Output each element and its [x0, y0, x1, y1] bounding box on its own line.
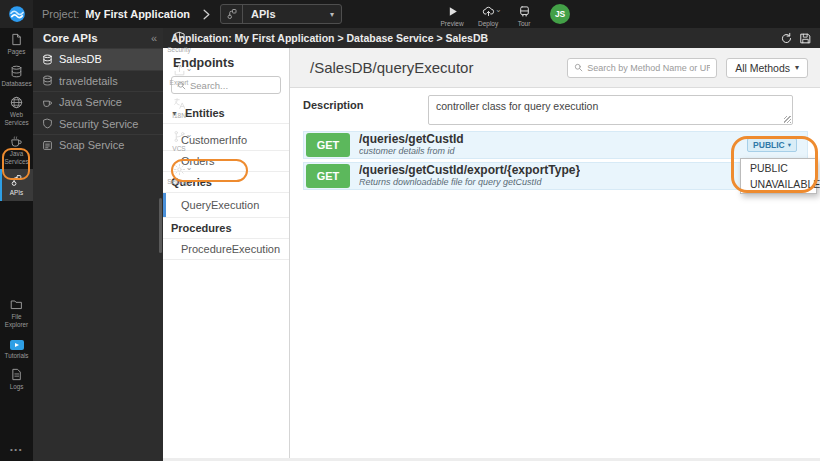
method-search[interactable]: [567, 58, 717, 78]
cloud-upload-icon: [482, 5, 495, 18]
topbar-left-actions: Preview Deploy Tour: [436, 2, 540, 27]
save-icon[interactable]: [799, 32, 812, 45]
page-icon: [10, 33, 23, 46]
translate-icon: [173, 97, 186, 110]
search-icon: [574, 63, 583, 72]
rail-item-file-explorer[interactable]: File Explorer: [0, 293, 33, 332]
core-api-item-salesdb[interactable]: SalesDB: [33, 48, 163, 70]
database-icon: [10, 65, 23, 78]
coffee-icon: [42, 97, 53, 108]
security-button[interactable]: Security: [163, 28, 195, 53]
globe-icon: [10, 96, 23, 109]
rail-item-databases[interactable]: Databases: [0, 60, 33, 92]
section-label: Procedures: [171, 222, 232, 234]
access-level-value: PUBLIC: [753, 140, 785, 150]
scrollbar-thumb[interactable]: [159, 198, 162, 253]
settings-label: Settings: [167, 178, 191, 185]
core-api-label: Java Service: [59, 96, 122, 108]
http-method-badge[interactable]: GET: [306, 164, 350, 188]
breadcrumb: Application: My First Application > Data…: [171, 32, 488, 44]
preview-button[interactable]: Preview: [436, 2, 468, 27]
export-icon: [173, 64, 186, 77]
log-file-icon: [10, 368, 23, 381]
wavemaker-logo-icon: [8, 5, 26, 23]
core-api-item-soap-service[interactable]: Soap Service: [33, 134, 163, 156]
core-api-item-java-service[interactable]: Java Service: [33, 91, 163, 113]
breadcrumb-actions: [780, 32, 812, 45]
resize-grip-icon[interactable]: [784, 116, 791, 123]
all-methods-dropdown[interactable]: All Methods: [726, 58, 808, 78]
database-icon: [42, 75, 53, 86]
rail-item-web-services[interactable]: Web Services: [0, 91, 33, 130]
core-api-item-traveldetails[interactable]: traveldetails: [33, 70, 163, 92]
rail-label: Databases: [1, 80, 33, 88]
rail-item-tutorials[interactable]: Tutorials: [0, 333, 33, 364]
core-apis-header: Core APIs «: [33, 28, 163, 48]
api-row-getcustid[interactable]: GET /queries/getCustId customer details …: [303, 131, 808, 159]
branch-icon: [173, 130, 186, 143]
refresh-icon[interactable]: [780, 32, 793, 45]
description-field-wrap: controller class for query execution: [428, 95, 793, 125]
endpoints-search-input[interactable]: [190, 80, 275, 91]
collapse-panel-icon[interactable]: «: [151, 32, 157, 44]
user-avatar[interactable]: JS: [550, 4, 570, 24]
main-body: Description controller class for query e…: [290, 88, 820, 461]
play-icon: [446, 5, 459, 18]
tour-button[interactable]: Tour: [508, 2, 540, 27]
shield-icon: [173, 31, 186, 44]
chevron-down-icon: [788, 141, 791, 149]
chevron-down-icon: [795, 63, 799, 72]
rail-item-logs[interactable]: Logs: [0, 363, 33, 395]
security-label: Security: [167, 46, 190, 53]
vcs-button[interactable]: VCS: [163, 127, 195, 152]
rail-label: Pages: [1, 48, 33, 56]
rail-item-apis[interactable]: APIs: [0, 169, 33, 201]
i18n-button[interactable]: I18N: [163, 94, 195, 119]
core-api-label: Security Service: [59, 118, 138, 130]
chevron-right-icon: [202, 9, 211, 20]
settings-button[interactable]: Settings: [163, 160, 195, 185]
endpoint-item-procedureexecution[interactable]: ProcedureExecution: [163, 239, 289, 260]
main-header: /SalesDB/queryExecutor All Methods: [290, 48, 820, 88]
menu-option-public[interactable]: PUBLIC: [741, 160, 816, 176]
api-row-text: /queries/getCustId/export/{exportType} R…: [359, 164, 580, 187]
api-subtitle: customer details from id: [359, 147, 464, 156]
rail-label: File Explorer: [1, 313, 33, 328]
http-method-badge[interactable]: GET: [306, 133, 350, 157]
wavemaker-studio: Project: My First Application APIs Previ…: [0, 0, 820, 461]
export-button[interactable]: Export: [163, 61, 195, 86]
core-api-label: traveldetails: [59, 75, 118, 87]
api-path: /queries/getCustId/export/{exportType}: [359, 164, 580, 177]
shield-icon: [42, 118, 53, 129]
endpoint-item-queryexecution[interactable]: QueryExecution: [163, 193, 289, 218]
rail-spacer: [0, 395, 33, 441]
deploy-button[interactable]: Deploy: [472, 2, 504, 27]
api-icon: [221, 5, 243, 23]
rail-label: Logs: [1, 383, 33, 391]
rail-item-java-services[interactable]: Java Services: [0, 130, 33, 169]
api-row-getcustid-export[interactable]: GET /queries/getCustId/export/{exportTyp…: [303, 162, 808, 190]
description-textarea[interactable]: controller class for query execution: [428, 95, 793, 125]
project-breadcrumb: Project: My First Application: [42, 8, 190, 20]
i18n-label: I18N: [172, 112, 186, 119]
brand-logo[interactable]: [0, 0, 33, 28]
access-level-dropdown[interactable]: PUBLIC: [747, 138, 797, 152]
rail-item-pages[interactable]: Pages: [0, 28, 33, 60]
core-apis-panel: Core APIs « SalesDB traveldetails Java S…: [33, 28, 163, 461]
method-search-input[interactable]: [587, 63, 710, 73]
core-api-label: Soap Service: [59, 139, 124, 151]
core-api-label: SalesDB: [59, 53, 102, 65]
coffee-icon: [10, 135, 23, 148]
bus-icon: [518, 5, 531, 18]
api-subtitle: Returns downloadable file for query getC…: [359, 178, 580, 187]
top-bar: Project: My First Application APIs Previ…: [0, 0, 820, 28]
more-options-icon[interactable]: •••: [0, 441, 33, 461]
left-rail: Pages Databases Web Services Java Servic…: [0, 28, 33, 461]
rail-spacer: [0, 201, 33, 294]
workspace-selector[interactable]: APIs: [220, 4, 342, 24]
core-api-item-security-service[interactable]: Security Service: [33, 113, 163, 135]
section-procedures[interactable]: Procedures: [163, 218, 289, 239]
project-label: Project:: [42, 8, 79, 20]
deploy-label: Deploy: [478, 20, 498, 27]
menu-option-unavailable[interactable]: UNAVAILABLE: [741, 176, 816, 192]
